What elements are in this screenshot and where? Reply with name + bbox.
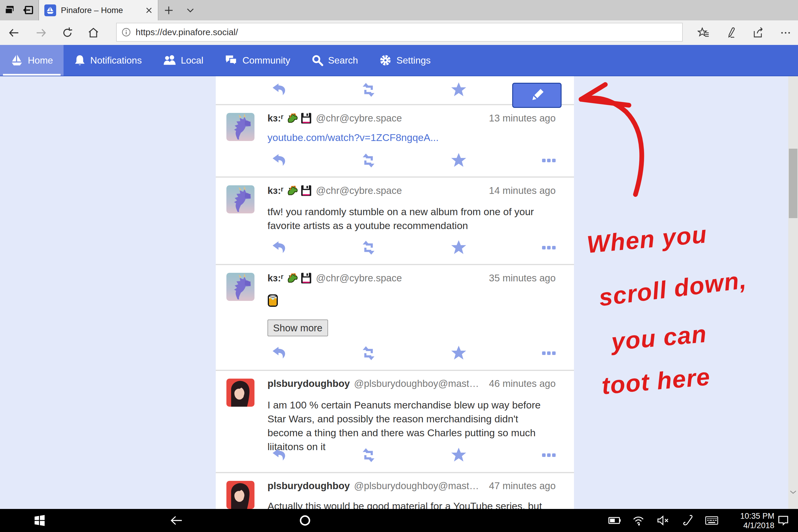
nav-item-search[interactable]: Search <box>301 45 368 76</box>
volume-muted-tray-icon[interactable] <box>657 514 670 527</box>
site-info-icon[interactable] <box>121 27 131 37</box>
wifi-tray-icon[interactable] <box>632 514 645 527</box>
windows-logo-icon <box>34 515 45 526</box>
floppy-disk-emoji <box>301 185 312 196</box>
status-more-button[interactable] <box>539 447 558 463</box>
boost-button[interactable] <box>359 345 378 361</box>
boost-button[interactable] <box>359 240 378 256</box>
favorites-hub-icon[interactable] <box>698 27 710 39</box>
dragon-emoji <box>286 272 298 284</box>
refresh-button[interactable] <box>61 27 73 39</box>
nav-item-home[interactable]: Home <box>0 45 63 76</box>
timestamp: 47 minutes ago <box>483 480 556 492</box>
display-name[interactable]: plsburydoughboy <box>267 378 350 389</box>
pen-tray-icon[interactable] <box>682 514 695 527</box>
scrollbar-thumb[interactable] <box>789 149 797 218</box>
scrollbar-track[interactable] <box>788 76 798 509</box>
ink-text-line: toot here <box>601 363 712 400</box>
start-button[interactable] <box>33 514 46 527</box>
taskbar-clock[interactable]: 10:35 PM 4/1/2018 <box>721 511 774 530</box>
tab-close-icon[interactable] <box>146 7 152 14</box>
new-tab-button[interactable] <box>163 5 174 16</box>
tab-list-chevron-icon[interactable] <box>185 6 196 14</box>
timestamp: 14 minutes ago <box>483 185 556 196</box>
display-name[interactable]: kɜ:ʳ <box>267 113 283 124</box>
boost-button[interactable] <box>359 81 378 98</box>
nav-item-local[interactable]: Local <box>152 45 214 76</box>
nav-label: Community <box>242 55 290 66</box>
tab-preview-button[interactable] <box>4 4 16 16</box>
people-icon <box>163 54 176 66</box>
show-more-button[interactable]: Show more <box>267 320 328 336</box>
favorite-button[interactable] <box>449 81 468 98</box>
reply-button[interactable] <box>269 447 288 463</box>
ink-text-line: you can <box>610 320 708 356</box>
display-name[interactable]: kɜ:ʳ <box>267 185 283 196</box>
nav-item-community[interactable]: Community <box>214 45 301 76</box>
active-underline <box>3 74 61 76</box>
avatar[interactable] <box>226 379 254 407</box>
clock-time: 10:35 PM <box>721 511 774 521</box>
nav-item-notifications[interactable]: Notifications <box>63 45 152 76</box>
action-center-button[interactable] <box>777 514 790 527</box>
status-chr-13min: kɜ:ʳ @chr@cybre.space <box>216 105 574 178</box>
reply-button[interactable] <box>269 152 288 169</box>
nav-label: Search <box>328 55 358 66</box>
browser-tab-pinafore[interactable]: Pinafore – Home <box>39 0 158 20</box>
more-menu-icon[interactable] <box>780 27 792 39</box>
share-icon[interactable] <box>753 27 764 39</box>
cortana-button[interactable] <box>299 514 311 527</box>
avatar[interactable] <box>226 273 254 301</box>
avatar[interactable] <box>226 113 254 141</box>
reply-button[interactable] <box>269 345 288 361</box>
url-bar[interactable]: https://dev.pinafore.social/ <box>116 23 683 42</box>
set-tabs-aside-button[interactable] <box>22 4 34 16</box>
avatar[interactable] <box>226 185 254 213</box>
browser-toolbar: https://dev.pinafore.social/ <box>0 20 798 45</box>
status-link[interactable]: youtube.com/watch?v=1ZCF8ngqeA... <box>267 132 439 143</box>
browser-titlebar: Pinafore – Home <box>0 0 798 20</box>
web-note-pen-icon[interactable] <box>725 27 737 39</box>
custom-emoji-row <box>286 112 312 124</box>
nav-item-settings[interactable]: Settings <box>368 45 441 76</box>
nav-label: Home <box>28 55 53 66</box>
account-handle: @plsburydoughboy@mastodon.s... <box>354 378 483 389</box>
action-center-icon <box>777 515 789 526</box>
boost-button[interactable] <box>359 447 378 463</box>
nav-label: Settings <box>396 55 431 66</box>
favorite-button[interactable] <box>449 152 468 169</box>
status-more-button[interactable] <box>539 240 558 256</box>
cortana-circle-icon <box>299 514 311 527</box>
forward-button[interactable] <box>35 27 47 39</box>
home-button[interactable] <box>87 27 100 39</box>
battery-tray-icon[interactable] <box>608 514 621 527</box>
scrollbar-down-arrow[interactable] <box>789 490 797 495</box>
account-handle: @chr@cybre.space <box>316 185 402 196</box>
display-name[interactable]: plsburydoughboy <box>267 480 350 492</box>
status-text: tfw! you randomly stumble on a new album… <box>267 205 556 233</box>
account-handle: @plsburydoughboy@mastodon.s... <box>354 480 483 492</box>
favorite-button[interactable] <box>449 240 468 256</box>
content-warning-emoji <box>267 294 556 307</box>
status-plsbury-47min: plsburydoughboy @plsburydoughboy@mastodo… <box>216 473 574 509</box>
back-button[interactable] <box>8 27 20 39</box>
display-name[interactable]: kɜ:ʳ <box>267 272 283 284</box>
reply-button[interactable] <box>269 240 288 256</box>
back-arrow-icon <box>170 515 183 526</box>
boost-button[interactable] <box>359 152 378 169</box>
taskbar-back-button[interactable] <box>170 514 183 527</box>
touch-keyboard-tray-icon[interactable] <box>705 514 718 527</box>
avatar[interactable] <box>226 481 254 509</box>
status-text: I am 100 % certain Peanuts merchandise b… <box>267 398 556 454</box>
status-more-button[interactable] <box>539 345 558 361</box>
account-handle: @chr@cybre.space <box>316 272 402 284</box>
account-handle: @chr@cybre.space <box>316 113 402 124</box>
reply-button[interactable] <box>269 81 288 98</box>
dragon-emoji <box>286 112 298 124</box>
timestamp: 46 minutes ago <box>483 378 556 389</box>
status-more-button[interactable] <box>539 152 558 169</box>
page-content: kɜ:ʳ @chr@cybre.space <box>0 76 798 509</box>
favorite-button[interactable] <box>449 345 468 361</box>
compose-toot-button[interactable] <box>512 83 562 108</box>
favorite-button[interactable] <box>449 447 468 463</box>
